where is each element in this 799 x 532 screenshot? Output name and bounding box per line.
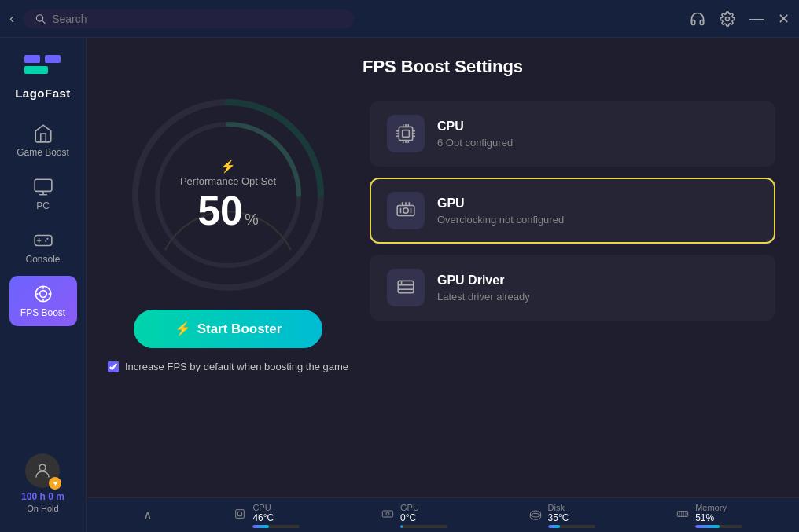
svg-point-14 xyxy=(45,240,46,242)
search-input[interactable] xyxy=(52,13,343,25)
sidebar-label-console: Console xyxy=(25,254,60,265)
page-title: FPS Boost Settings xyxy=(87,38,799,85)
gpu-card-title: GPU xyxy=(437,196,758,211)
gauge-bolt: ⚡ xyxy=(180,159,276,174)
logo-text: LagoFast xyxy=(15,86,71,100)
gpu-card-subtitle: Overclocking not configured xyxy=(437,214,758,226)
cpu-bar-fill xyxy=(252,525,269,528)
gpu-status-icon xyxy=(381,508,394,523)
console-icon xyxy=(33,230,53,251)
disk-status-icon xyxy=(529,508,542,523)
topbar: ‹ — ✕ xyxy=(0,0,799,38)
gpu-driver-card-icon xyxy=(387,269,425,306)
avatar-badge: ♥ xyxy=(49,477,61,490)
sidebar-label-game-boost: Game Boost xyxy=(17,147,69,158)
svg-rect-3 xyxy=(24,55,40,63)
svg-point-16 xyxy=(39,291,46,298)
gpu-driver-card-subtitle: Latest driver already xyxy=(437,291,758,303)
fps-boost-icon xyxy=(33,284,53,304)
svg-rect-60 xyxy=(678,511,688,516)
start-btn-label: Start Booster xyxy=(197,321,282,337)
headset-icon xyxy=(690,11,705,27)
disk-bar xyxy=(548,525,595,528)
cpu-card-icon xyxy=(387,115,425,152)
memory-status-icon xyxy=(676,508,689,523)
status-expand-button[interactable]: ∧ xyxy=(143,508,153,523)
sidebar: LagoFast Game Boost PC xyxy=(0,38,87,532)
sidebar-item-game-boost[interactable]: Game Boost xyxy=(9,116,77,166)
search-bar[interactable] xyxy=(24,9,354,28)
cpu-card-info: CPU 6 Opt configured xyxy=(437,119,758,149)
gpu-status-label: GPU xyxy=(400,503,447,512)
svg-rect-54 xyxy=(382,511,392,517)
svg-point-41 xyxy=(403,208,409,214)
avatar: ♥ xyxy=(25,453,60,488)
sidebar-bottom: ♥ 100 h 0 m On Hold xyxy=(21,453,64,519)
sidebar-item-fps-boost[interactable]: FPS Boost xyxy=(9,276,77,326)
svg-point-13 xyxy=(46,238,48,240)
svg-line-1 xyxy=(42,20,45,23)
fps-checkbox-label[interactable]: Increase FPS by default when boosting th… xyxy=(125,361,348,372)
svg-rect-47 xyxy=(398,281,414,292)
sidebar-label-pc: PC xyxy=(36,200,50,211)
minimize-button[interactable]: — xyxy=(749,10,764,27)
sidebar-label-fps-boost: FPS Boost xyxy=(20,307,65,318)
logo-area: LagoFast xyxy=(15,50,71,100)
gpu-driver-card[interactable]: GPU Driver Latest driver already xyxy=(370,255,775,321)
svg-point-2 xyxy=(726,17,730,20)
gear-icon xyxy=(720,11,735,27)
sidebar-item-console[interactable]: Console xyxy=(9,222,77,273)
content-area: FPS Boost Settings xyxy=(87,38,799,532)
cpu-status-icon xyxy=(234,508,246,523)
status-cpu: CPU 46°C xyxy=(234,503,300,528)
gpu-driver-card-title: GPU Driver xyxy=(437,273,758,288)
gauge-unit: % xyxy=(245,211,259,229)
gpu-card-icon xyxy=(387,192,425,229)
status-disk: Disk 35°C xyxy=(529,503,595,528)
back-button[interactable]: ‹ xyxy=(9,10,14,27)
memory-status-value: 51% xyxy=(695,512,742,523)
gauge-value: 50 xyxy=(197,190,243,231)
close-button[interactable]: ✕ xyxy=(778,10,790,28)
hold-status: On Hold xyxy=(27,504,58,513)
gpu-status-value: 0°C xyxy=(400,512,447,523)
gpu-card[interactable]: GPU Overclocking not configured xyxy=(370,178,775,244)
svg-rect-26 xyxy=(399,127,412,140)
cpu-card[interactable]: CPU 6 Opt configured xyxy=(370,101,775,167)
start-booster-button[interactable]: ⚡ Start Booster xyxy=(134,310,322,348)
status-gpu: GPU 0°C xyxy=(381,503,447,528)
svg-point-21 xyxy=(39,464,46,471)
right-panel: CPU 6 Opt configured xyxy=(370,93,775,321)
svg-point-55 xyxy=(386,512,389,515)
fps-checkbox[interactable] xyxy=(108,361,119,372)
disk-status-value: 35°C xyxy=(548,512,595,523)
gauge-center: ⚡ Performance Opt Set 50 % xyxy=(180,159,276,231)
svg-rect-5 xyxy=(45,55,61,63)
memory-status-label: Memory xyxy=(695,503,742,512)
gpu-bar-fill xyxy=(400,525,403,528)
svg-rect-4 xyxy=(24,66,48,74)
time-h-label: h xyxy=(39,491,45,502)
svg-rect-52 xyxy=(236,509,245,518)
headset-button[interactable] xyxy=(690,11,705,27)
cpu-card-subtitle: 6 Opt configured xyxy=(437,137,758,149)
time-hours: 100 xyxy=(21,491,37,502)
gauge-container: ⚡ Performance Opt Set 50 % xyxy=(126,93,330,297)
cpu-status-value: 46°C xyxy=(252,512,300,523)
sidebar-item-pc[interactable]: PC xyxy=(9,169,77,219)
game-boost-icon xyxy=(33,123,53,144)
disk-bar-fill xyxy=(548,525,560,528)
status-bar: ∧ CPU 46°C xyxy=(87,497,799,532)
gauge-label: Performance Opt Set xyxy=(180,175,276,187)
status-memory: Memory 51% xyxy=(676,503,742,528)
memory-bar-fill xyxy=(695,525,720,528)
settings-button[interactable] xyxy=(720,11,735,27)
gpu-driver-card-info: GPU Driver Latest driver already xyxy=(437,273,758,303)
memory-bar xyxy=(695,525,742,528)
svg-rect-27 xyxy=(403,130,410,138)
search-icon xyxy=(35,13,46,24)
logo-icon xyxy=(23,50,64,82)
cpu-bar xyxy=(252,525,300,528)
gpu-card-info: GPU Overclocking not configured xyxy=(437,196,758,226)
gpu-bar xyxy=(400,525,447,528)
